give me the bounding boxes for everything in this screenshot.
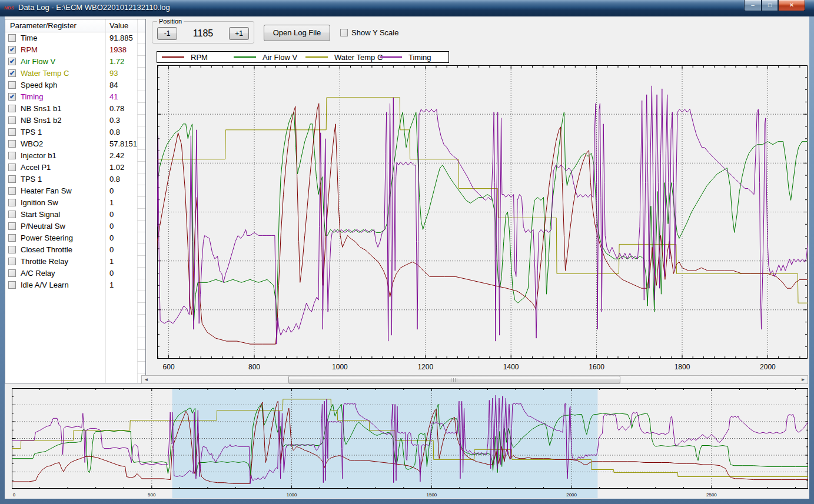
row-checkbox[interactable]	[8, 246, 16, 253]
param-value: 0	[109, 268, 114, 279]
table-row[interactable]: A/C Relay0	[5, 268, 145, 279]
param-name: P/Neutral Sw	[21, 221, 65, 232]
row-checkbox[interactable]: ✔	[8, 69, 16, 77]
column-header-value[interactable]: Value	[109, 19, 128, 32]
table-row[interactable]: ✔Water Temp C93	[5, 68, 145, 79]
param-name: Timing	[21, 91, 44, 103]
param-value: 1938	[109, 44, 127, 56]
table-row[interactable]: Idle A/V Learn1	[5, 279, 145, 291]
row-checkbox[interactable]: ✔	[8, 93, 16, 101]
column-header-parameter[interactable]: Parameter/Register	[10, 19, 77, 32]
row-checkbox[interactable]: ✔	[8, 46, 16, 54]
legend-item-timing: Timing	[380, 52, 431, 62]
position-increment-button[interactable]: +1	[229, 27, 249, 40]
row-checkbox[interactable]	[8, 128, 16, 136]
row-checkbox[interactable]	[8, 222, 16, 230]
row-checkbox[interactable]	[8, 234, 16, 242]
table-row[interactable]: ✔Timing41	[5, 91, 145, 103]
row-checkbox[interactable]	[8, 81, 16, 89]
row-checkbox[interactable]	[8, 105, 16, 112]
show-y-scale-checkbox[interactable]	[340, 29, 348, 36]
param-value: 57.8151	[109, 138, 137, 150]
table-row[interactable]: NB Sns1 b20.3	[5, 115, 145, 126]
param-name: Throttle Relay	[21, 256, 68, 268]
app-icon[interactable]: NDS	[4, 4, 15, 13]
table-row[interactable]: WBO257.8151	[5, 138, 145, 150]
main-chart-scrollbar[interactable]: ◄ ►	[141, 375, 808, 384]
param-name: NB Sns1 b2	[21, 115, 61, 126]
table-row[interactable]: Heater Fan Sw0	[5, 185, 145, 197]
window-frame: NDS Data Log - E:\ECM WBO2201012132110.l…	[0, 0, 814, 504]
row-checkbox[interactable]	[8, 199, 16, 206]
maximize-button[interactable]: □	[762, 0, 778, 11]
scroll-thumb[interactable]	[288, 376, 620, 383]
series-rpm	[157, 104, 808, 344]
row-checkbox[interactable]	[8, 34, 16, 42]
row-checkbox[interactable]	[8, 281, 16, 289]
param-value: 91.885	[109, 32, 133, 44]
param-value: 41	[109, 91, 118, 103]
row-checkbox[interactable]	[8, 258, 16, 265]
scroll-right-button[interactable]: ►	[799, 376, 808, 383]
legend-line-watertemp	[305, 56, 328, 58]
legend-label: Timing	[408, 53, 431, 62]
open-log-file-button[interactable]: Open Log File	[264, 25, 330, 41]
table-row[interactable]: Closed Throttle0	[5, 244, 145, 256]
row-checkbox[interactable]	[8, 152, 16, 159]
table-row[interactable]: TPS 10.8	[5, 173, 145, 185]
svg-text:600: 600	[163, 363, 175, 371]
table-row[interactable]: P/Neutral Sw0	[5, 221, 145, 232]
row-checkbox[interactable]	[8, 163, 16, 171]
row-checkbox[interactable]	[8, 211, 16, 218]
row-checkbox[interactable]	[8, 269, 16, 277]
table-row[interactable]: Power Steering0	[5, 232, 145, 244]
row-checkbox[interactable]	[8, 187, 16, 195]
row-checkbox[interactable]	[8, 140, 16, 148]
table-row[interactable]: Start Signal0	[5, 209, 145, 221]
minimize-button[interactable]: –	[744, 0, 762, 11]
param-name: Injector b1	[21, 150, 57, 162]
position-decrement-button[interactable]: -1	[157, 27, 177, 40]
close-button[interactable]: ✕	[778, 0, 805, 11]
param-name: Air Flow V	[21, 56, 55, 68]
table-row[interactable]: ✔RPM1938	[5, 44, 145, 56]
table-row[interactable]: Injector b12.42	[5, 150, 145, 162]
param-name: A/C Relay	[21, 268, 55, 279]
svg-text:1200: 1200	[417, 363, 433, 371]
table-row[interactable]: Ignition Sw1	[5, 197, 145, 209]
param-value: 1	[109, 256, 114, 268]
row-checkbox[interactable]: ✔	[8, 58, 16, 65]
param-value: 0.8	[109, 173, 120, 185]
row-checkbox[interactable]	[8, 175, 16, 183]
table-row[interactable]: NB Sns1 b10.78	[5, 103, 145, 115]
param-rows: Time91.885✔RPM1938✔Air Flow V1.72✔Water …	[5, 32, 145, 291]
table-row[interactable]: Throttle Relay1	[5, 256, 145, 268]
table-header[interactable]: Parameter/Register Value	[5, 19, 145, 32]
param-value: 0	[109, 221, 114, 232]
table-row[interactable]: Speed kph84	[5, 79, 145, 91]
param-value: 93	[109, 68, 118, 79]
table-row[interactable]: TPS 10.8	[5, 126, 145, 138]
param-name: RPM	[21, 44, 38, 56]
param-name: Water Temp C	[21, 68, 69, 79]
table-row[interactable]: Accel P11.02	[5, 162, 145, 173]
param-name: WBO2	[21, 138, 43, 150]
legend-line-rpm	[162, 56, 184, 58]
table-row[interactable]: Time91.885	[5, 32, 145, 44]
param-value: 0	[109, 244, 114, 256]
series-water-temp-c	[157, 98, 808, 323]
show-y-scale-control: Show Y Scale	[340, 28, 398, 37]
param-value: 2.42	[109, 150, 124, 162]
table-row[interactable]: ✔Air Flow V1.72	[5, 56, 145, 68]
param-name: NB Sns1 b1	[21, 103, 61, 115]
row-checkbox[interactable]	[8, 116, 16, 124]
svg-text:2500: 2500	[706, 492, 717, 498]
show-y-scale-label: Show Y Scale	[351, 28, 398, 37]
overview-chart[interactable]: 05001000150020002500	[12, 388, 809, 501]
scroll-left-button[interactable]: ◄	[142, 376, 151, 383]
main-chart[interactable]: 600800100012001400160018002000	[157, 65, 808, 374]
position-groupbox: Position -1 1185 +1	[152, 21, 254, 44]
titlebar[interactable]: NDS Data Log - E:\ECM WBO2201012132110.l…	[0, 0, 814, 16]
legend-item-airflow: Air Flow V	[234, 52, 297, 62]
svg-text:1500: 1500	[427, 492, 437, 498]
